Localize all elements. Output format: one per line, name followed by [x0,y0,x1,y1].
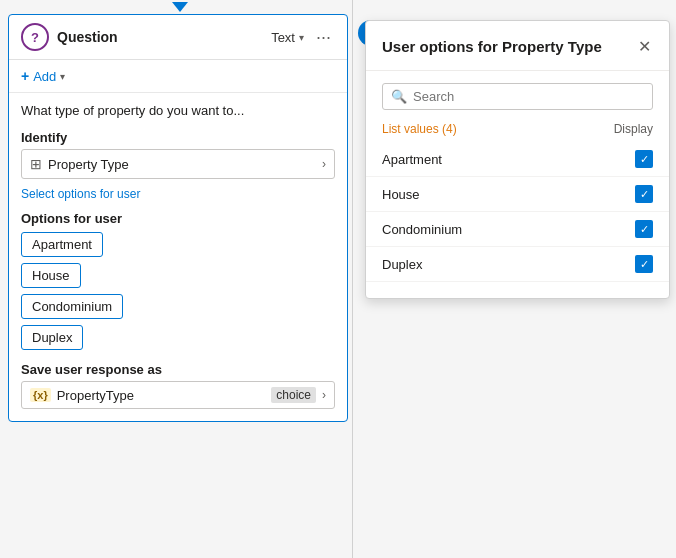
type-chevron: ▾ [299,32,304,43]
list-values-label: List values (4) [382,122,614,136]
identify-value: Property Type [48,157,316,172]
choice-badge: choice [271,387,316,403]
type-label: Text [271,30,295,45]
add-label: Add [33,69,56,84]
select-options-link[interactable]: Select options for user [9,179,347,205]
var-badge: {x} [30,388,51,402]
options-chips: Apartment House Condominium Duplex [9,232,347,350]
checkbox-house[interactable]: ✓ [635,185,653,203]
display-label: Display [614,122,653,136]
identify-field[interactable]: ⊞ Property Type › [21,149,335,179]
grid-icon: ⊞ [30,156,42,172]
question-icon: ? [21,23,49,51]
question-card: ? Question Text ▾ ··· + Add ▾ What type … [8,14,348,422]
arrow-indicator [172,2,188,12]
option-chip-apartment[interactable]: Apartment [21,232,103,257]
identify-label: Identify [9,124,347,149]
search-icon: 🔍 [391,89,407,104]
list-header: List values (4) Display [366,118,669,142]
list-item: Condominium ✓ [366,212,669,247]
type-selector[interactable]: Text ▾ [271,30,304,45]
close-icon[interactable]: ✕ [636,35,653,58]
more-options-button[interactable]: ··· [312,27,335,48]
add-button[interactable]: + Add ▾ [9,60,347,93]
search-input[interactable] [413,89,644,104]
checkbox-condominium[interactable]: ✓ [635,220,653,238]
divider-line [352,0,353,558]
list-item: Apartment ✓ [366,142,669,177]
list-item-text-apartment: Apartment [382,152,635,167]
option-chip-condominium[interactable]: Condominium [21,294,123,319]
identify-chevron: › [322,157,326,171]
list-item-text-duplex: Duplex [382,257,635,272]
option-chip-house[interactable]: House [21,263,81,288]
option-chip-duplex[interactable]: Duplex [21,325,83,350]
list-item-text-condominium: Condominium [382,222,635,237]
list-item-text-house: House [382,187,635,202]
add-chevron: ▾ [60,71,65,82]
save-field-text: PropertyType [57,388,266,403]
checkbox-duplex[interactable]: ✓ [635,255,653,273]
panel-header: User options for Property Type ✕ [366,21,669,71]
checkbox-apartment[interactable]: ✓ [635,150,653,168]
save-response-label: Save user response as [9,350,347,381]
save-chevron: › [322,388,326,402]
list-item: Duplex ✓ [366,247,669,282]
options-label: Options for user [9,205,347,232]
search-box[interactable]: 🔍 [382,83,653,110]
card-title: Question [57,29,263,45]
add-icon: + [21,68,29,84]
list-item: House ✓ [366,177,669,212]
user-options-panel: User options for Property Type ✕ 🔍 List … [365,20,670,299]
save-response-field[interactable]: {x} PropertyType choice › [21,381,335,409]
card-header: ? Question Text ▾ ··· [9,15,347,60]
panel-title: User options for Property Type [382,38,636,55]
question-text: What type of property do you want to... [9,93,347,124]
